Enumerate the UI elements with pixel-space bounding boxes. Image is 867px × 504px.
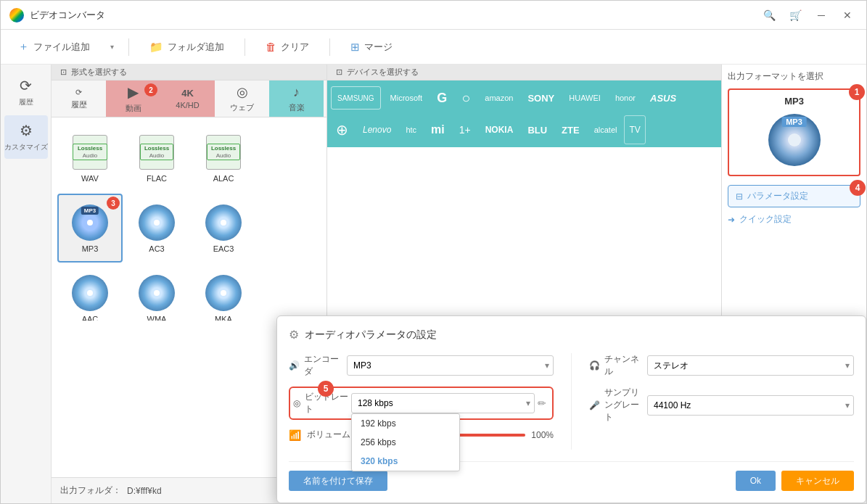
cancel-button[interactable]: キャンセル — [781, 471, 854, 491]
bitrate-256[interactable]: 256 kbps — [352, 433, 459, 452]
brand-nokia[interactable]: NOKIA — [478, 115, 521, 144]
flac-icon: Lossless Audio — [138, 133, 176, 171]
dialog-left-col: 🔊 エンコーダ MP3 ▾ 5 — [289, 353, 554, 450]
bitrate-320[interactable]: 320 kbps — [352, 452, 459, 471]
sidebar-item-customize[interactable]: ⚙ カスタマイズ — [4, 115, 48, 159]
left-sidebar: ⟳ 履歴 ⚙ カスタマイズ — [1, 65, 52, 503]
mp3-icon: MP3 — [71, 204, 109, 241]
brand-mi[interactable]: mi — [424, 115, 452, 144]
quick-setting-button[interactable]: ➜ クイック設定 — [728, 213, 860, 226]
brand-circle[interactable]: ○ — [454, 83, 477, 112]
format-alac[interactable]: Lossless Audio ALAC — [191, 123, 256, 192]
trash-icon: 🗑 — [266, 41, 276, 53]
sample-select[interactable]: 44100 Hz — [647, 395, 854, 416]
bitrate-dropdown-list: 192 kbps 256 kbps 320 kbps — [351, 413, 460, 471]
brand-google[interactable]: G — [430, 83, 454, 112]
tab-4k[interactable]: 4K 4K/HD — [160, 80, 215, 117]
chevron-down-icon: ▾ — [110, 43, 114, 51]
wma-icon — [138, 274, 176, 312]
add-file-button[interactable]: ＋ ファイル追加 — [12, 37, 96, 57]
titlebar: ビデオコンバータ 🔍 🛒 ─ ✕ — [1, 1, 866, 30]
aac-label: AAC — [82, 315, 99, 321]
mp3-label: MP3 — [82, 244, 99, 253]
merge-button[interactable]: ⊞ マージ — [345, 38, 398, 57]
ac3-icon — [138, 204, 176, 241]
wav-lossless-badge: Lossless Audio — [73, 144, 107, 160]
encoder-label: 🔊 エンコーダ — [289, 353, 347, 378]
format-eac3[interactable]: EAC3 — [191, 194, 256, 263]
format-aac[interactable]: AAC — [57, 264, 123, 321]
tab-music[interactable]: ♪ 音楽 — [269, 80, 324, 117]
format-header-icon: ⊡ — [60, 67, 67, 77]
ac3-label: AC3 — [149, 244, 164, 253]
brand-blu[interactable]: BLU — [520, 115, 554, 144]
music-tab-label: 音楽 — [289, 102, 305, 113]
folder-icon: 📁 — [149, 41, 163, 54]
encoder-row: 🔊 エンコーダ MP3 ▾ — [289, 353, 554, 378]
aac-icon — [71, 274, 109, 312]
alac-label: ALAC — [213, 174, 234, 183]
bitrate-icon: ◎ — [293, 398, 300, 408]
minimize-button[interactable]: ─ — [811, 7, 831, 23]
brand-alcatel[interactable]: alcatel — [587, 115, 625, 144]
channel-row: 🎧 チャンネル ステレオ ▾ — [589, 353, 854, 378]
bitrate-192[interactable]: 192 kbps — [352, 414, 459, 433]
clear-button[interactable]: 🗑 クリア — [260, 38, 315, 57]
brand-lenovo[interactable]: Lenovo — [356, 115, 398, 144]
4k-tab-icon: 4K — [181, 88, 194, 99]
music-tab-icon: ♪ — [293, 85, 300, 100]
merge-icon: ⊞ — [350, 41, 360, 54]
tab-history[interactable]: ⟳ 履歴 — [52, 80, 106, 117]
cart-button[interactable]: 🛒 — [785, 7, 805, 23]
format-wma[interactable]: WMA — [124, 264, 189, 321]
close-button[interactable]: ✕ — [837, 7, 858, 23]
window-controls: 🔍 🛒 ─ ✕ — [759, 7, 858, 23]
volume-percent: 100% — [531, 430, 554, 440]
sidebar-item-history[interactable]: ⟳ 履歴 — [4, 70, 48, 114]
format-ac3[interactable]: AC3 — [124, 194, 189, 263]
brand-asus[interactable]: ASUS — [643, 83, 683, 112]
output-format-title: 出力フォーマットを選択 — [728, 70, 860, 83]
brand-amazon[interactable]: amazon — [477, 83, 520, 112]
param-button[interactable]: 4 ⊟ パラメータ設定 — [728, 185, 860, 207]
tab-video[interactable]: ▶ 動画 2 — [106, 80, 160, 117]
alac-icon: Lossless Audio — [205, 133, 242, 171]
brand-zte[interactable]: ZTE — [554, 115, 587, 144]
wma-label: WMA — [147, 315, 167, 321]
bitrate-select[interactable]: 128 kbps — [351, 393, 535, 413]
bitrate-select-wrapper: 128 kbps ▾ 192 kbps 256 kbps 320 kbps — [351, 393, 535, 413]
brand-sony[interactable]: SONY — [520, 83, 562, 112]
save-button[interactable]: 名前を付けて保存 — [289, 471, 387, 491]
bitrate-edit-button[interactable]: ✏ — [535, 396, 549, 410]
brand-huawei[interactable]: HUAWEI — [562, 83, 608, 112]
history-tab-label: 履歴 — [71, 99, 87, 110]
brand-honor[interactable]: honor — [608, 83, 643, 112]
channel-icon: 🎧 — [589, 360, 600, 371]
app-icon — [9, 8, 24, 22]
separator-2 — [245, 38, 245, 56]
format-wav[interactable]: Lossless Audio WAV — [57, 123, 123, 192]
output-format-card: 1 MP3 MP3 — [728, 88, 860, 176]
mic-icon: 🎤 — [589, 400, 600, 410]
format-section-header: ⊡ 形式を選択する — [52, 65, 327, 80]
format-flac[interactable]: Lossless Audio FLAC — [124, 123, 189, 192]
dialog-right-col: 🎧 チャンネル ステレオ ▾ 🎤 — [571, 353, 854, 450]
format-mp3[interactable]: 3 MP3 MP3 — [57, 194, 123, 263]
dialog-content: 🔊 エンコーダ MP3 ▾ 5 — [289, 353, 854, 450]
wav-icon: Lossless Audio — [71, 133, 109, 171]
add-folder-button[interactable]: 📁 フォルダ追加 — [144, 38, 230, 57]
format-mka[interactable]: MKA — [191, 264, 256, 321]
brand-motorola[interactable]: ⊕ — [329, 115, 356, 144]
brand-microsoft[interactable]: Microsoft — [383, 83, 430, 112]
tab-web[interactable]: ◎ ウェブ — [215, 80, 269, 117]
brand-samsung[interactable]: SAMSUNG — [331, 86, 381, 110]
brand-tv[interactable]: TV — [624, 115, 645, 144]
add-file-dropdown[interactable]: ▾ — [110, 43, 114, 51]
encoder-select[interactable]: MP3 — [347, 355, 554, 376]
brand-oneplus[interactable]: 1+ — [452, 115, 478, 144]
channel-select[interactable]: ステレオ — [647, 355, 854, 376]
output-format-icon: MP3 — [765, 111, 823, 169]
brand-htc[interactable]: htc — [398, 115, 424, 144]
ok-button[interactable]: Ok — [736, 471, 776, 491]
search-button[interactable]: 🔍 — [759, 7, 779, 23]
